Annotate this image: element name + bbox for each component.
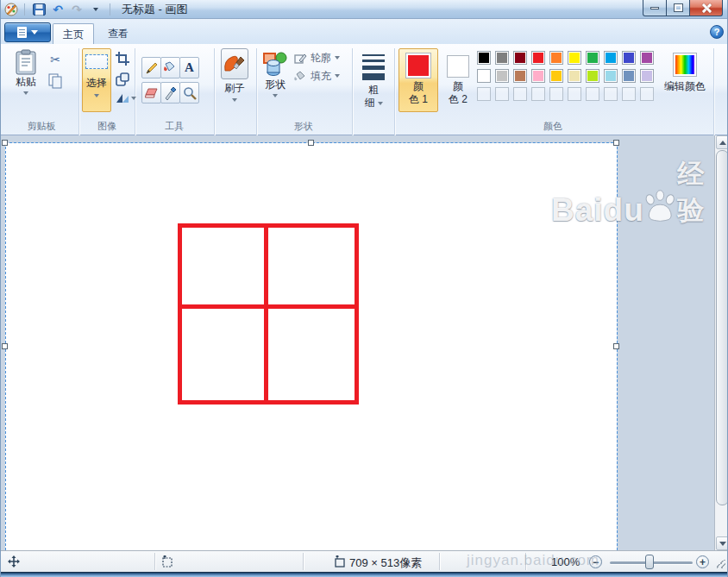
red-grid [178, 223, 359, 405]
color2-label-line2: 色 2 [449, 94, 468, 105]
resize-handle-top-left[interactable] [2, 140, 8, 146]
outline-button[interactable]: 轮廓 [294, 51, 340, 65]
redo-icon: ↷ [72, 3, 82, 16]
color1-label-line2: 色 1 [409, 94, 428, 105]
color1-button[interactable]: 颜 色 1 [399, 48, 438, 112]
scroll-down-button[interactable] [716, 536, 728, 550]
copy-button[interactable] [46, 72, 65, 91]
palette-swatch[interactable] [513, 69, 527, 83]
zoom-slider-thumb[interactable] [645, 555, 654, 569]
maximize-button[interactable] [667, 0, 690, 16]
qat-separator [24, 3, 25, 16]
palette-swatch[interactable] [531, 69, 545, 83]
tools-group-label: 工具 [139, 120, 210, 132]
palette-swatch[interactable] [495, 69, 509, 83]
eraser-tool-button[interactable] [141, 82, 161, 103]
workspace: Baidu 经验 jingyan.baidu.com [1, 135, 728, 550]
qat-customize-button[interactable] [88, 3, 104, 16]
palette-swatch[interactable] [568, 69, 581, 83]
palette-swatch[interactable] [495, 51, 509, 65]
size-button[interactable]: 粗 细 [356, 48, 391, 114]
palette-swatch[interactable] [604, 69, 618, 83]
cut-button[interactable]: ✂ [46, 51, 65, 68]
application-menu-button[interactable] [4, 22, 51, 42]
minimize-button[interactable] [643, 0, 667, 16]
palette-swatch[interactable] [586, 69, 599, 83]
edit-colors-button[interactable]: 编辑颜色 [659, 48, 711, 114]
palette-swatch[interactable] [513, 51, 527, 65]
ribbon: 粘贴 ✂ 剪贴板 选择 [1, 44, 728, 135]
rotate-icon [116, 92, 129, 104]
resize-handle-top-middle[interactable] [308, 140, 314, 146]
palette-swatch[interactable] [640, 69, 654, 83]
palette-swatch[interactable] [549, 51, 563, 65]
statusbar-separator [154, 553, 155, 570]
palette-swatch[interactable] [604, 51, 618, 65]
palette-swatch[interactable] [549, 69, 563, 83]
zoom-out-button[interactable]: − [589, 555, 602, 568]
paw-icon [643, 189, 677, 227]
color2-button[interactable]: 颜 色 2 [442, 48, 474, 112]
crop-button[interactable] [113, 50, 132, 67]
scrollbar-thumb[interactable] [716, 150, 728, 505]
shapes-group-label: 形状 [260, 120, 348, 132]
palette-swatch[interactable] [568, 51, 581, 65]
selection-size-icon [161, 555, 173, 568]
palette-swatch-empty[interactable] [495, 87, 509, 101]
palette-swatch-empty[interactable] [586, 87, 599, 101]
color-picker-tool-button[interactable] [160, 82, 180, 103]
fill-tool-button[interactable] [160, 57, 180, 78]
help-button[interactable]: ? [710, 25, 724, 39]
title-bar: ↶ ↷ 无标题 - 画图 [1, 0, 728, 19]
palette-swatch-empty[interactable] [531, 87, 545, 101]
chevron-down-icon [232, 98, 237, 102]
shapes-icon [263, 52, 287, 78]
palette-swatch-empty[interactable] [568, 87, 581, 101]
size-label-line1: 粗 [368, 85, 379, 96]
undo-button[interactable]: ↶ [50, 3, 66, 16]
text-tool-button[interactable]: A [179, 57, 199, 78]
zoom-in-button[interactable]: + [696, 555, 709, 568]
shape-fill-button[interactable]: 填充 [294, 69, 340, 83]
drawing-canvas[interactable] [5, 143, 617, 550]
rotate-button[interactable] [113, 90, 139, 107]
resize-button[interactable] [113, 71, 132, 88]
scroll-up-button[interactable] [716, 135, 728, 149]
brushes-button[interactable]: 刷子 [216, 47, 254, 115]
clipboard-icon [15, 49, 37, 75]
palette-swatch[interactable] [622, 51, 636, 65]
palette-swatch-empty[interactable] [477, 87, 491, 101]
pencil-icon [145, 61, 159, 75]
palette-swatch[interactable] [477, 51, 491, 65]
pencil-tool-button[interactable] [141, 57, 161, 78]
palette-swatch[interactable] [531, 51, 545, 65]
paste-button[interactable]: 粘贴 [8, 48, 44, 114]
vertical-scrollbar[interactable] [714, 135, 728, 550]
palette-swatch[interactable] [640, 51, 654, 65]
palette-swatch[interactable] [586, 51, 599, 65]
palette-swatch-empty[interactable] [640, 87, 654, 101]
close-button[interactable] [690, 0, 723, 16]
arrow-down-icon [719, 542, 726, 546]
resize-handle-top-right[interactable] [613, 140, 619, 146]
resize-handle-middle-left[interactable] [2, 343, 8, 349]
statusbar-separator [525, 553, 526, 570]
palette-swatch-empty[interactable] [513, 87, 527, 101]
tab-view[interactable]: 查看 [97, 23, 139, 44]
palette-swatch-empty[interactable] [549, 87, 563, 101]
palette-swatch-empty[interactable] [604, 87, 618, 101]
shapes-button[interactable]: 形状 [259, 48, 292, 114]
palette-swatch[interactable] [477, 69, 491, 83]
magnifier-tool-button[interactable] [179, 82, 199, 103]
palette-swatch-empty[interactable] [622, 87, 636, 101]
resize-handle-middle-right[interactable] [613, 343, 619, 349]
redo-button[interactable]: ↷ [69, 3, 85, 16]
tab-home[interactable]: 主页 [53, 23, 94, 44]
select-label: 选择 [86, 78, 107, 89]
palette-swatch[interactable] [622, 69, 636, 83]
window-resize-grip[interactable] [717, 560, 725, 568]
image-size-text: 709 × 513像素 [349, 555, 422, 571]
save-button[interactable] [31, 3, 47, 16]
window-controls [643, 0, 723, 16]
select-button[interactable]: 选择 [82, 48, 111, 112]
